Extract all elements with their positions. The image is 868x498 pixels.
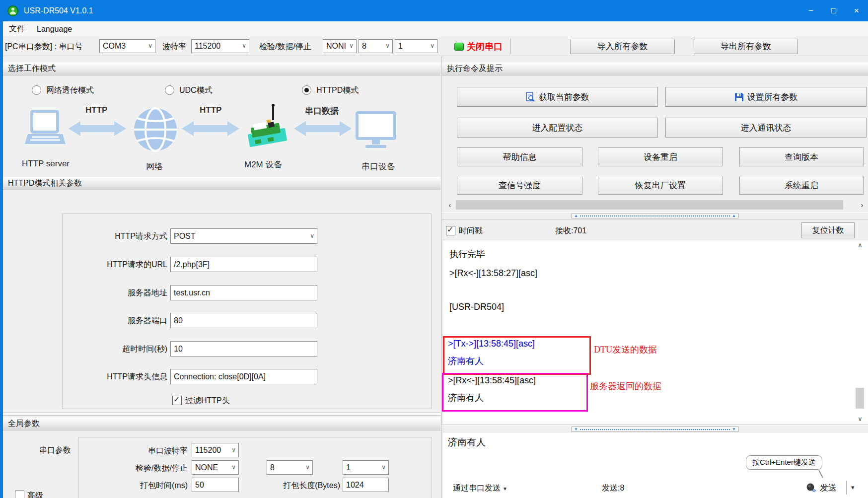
- serial-params-label: 串口参数: [39, 445, 71, 456]
- serial-toolbar: [PC串口参数] : 串口号 COM3 波特率 115200 检验/数据/停止 …: [3, 37, 868, 56]
- menu-language[interactable]: Language: [31, 21, 78, 37]
- export-params-button[interactable]: 导出所有参数: [694, 39, 798, 54]
- radio-net-transparent[interactable]: [32, 85, 41, 95]
- databits-select[interactable]: 8: [359, 39, 393, 53]
- globe-network-icon: [133, 107, 178, 152]
- tx-annotation: DTU发送的数据: [594, 344, 657, 356]
- radio-udc-mode[interactable]: [165, 85, 174, 95]
- server-address-input[interactable]: test.usr.cn: [170, 285, 317, 300]
- send-button[interactable]: 发送: [798, 480, 844, 496]
- scrollbar-track[interactable]: [454, 199, 858, 211]
- pack-time-input[interactable]: 50: [192, 478, 239, 492]
- splitter-down-icon: ▼: [732, 427, 736, 431]
- send-count: 发送:8: [602, 483, 624, 494]
- floppy-save-icon: [734, 92, 744, 102]
- node-http-server-label: HTTP server: [22, 159, 70, 169]
- server-port-input[interactable]: 80: [170, 313, 317, 328]
- timestamp-label: 时间戳: [459, 226, 483, 236]
- receive-count: 接收:701: [555, 226, 586, 236]
- stopbits-select[interactable]: 1: [395, 39, 437, 53]
- command-panel-header: 执行命令及提示: [442, 62, 868, 75]
- doc-search-icon: [525, 92, 535, 102]
- serial-parity-select[interactable]: NONE: [192, 460, 239, 475]
- splitter-handle[interactable]: ▲ ▲: [571, 213, 739, 218]
- log-scrollbar-thumb[interactable]: [856, 388, 864, 409]
- splitter-up-icon: ▲: [574, 214, 578, 218]
- close-button[interactable]: ×: [845, 0, 868, 21]
- menu-file[interactable]: 文件: [3, 21, 31, 37]
- baud-select[interactable]: 115200: [191, 39, 249, 53]
- global-params-header: 全局参数: [3, 417, 440, 430]
- http-header-input[interactable]: Connection: close[0D][0A]: [170, 369, 317, 384]
- scroll-up-icon[interactable]: ∧: [854, 241, 867, 249]
- menu-bar: 文件 Language: [3, 21, 868, 37]
- serial-pds-label: 检验/数据/停止: [82, 463, 188, 474]
- device-reboot-button[interactable]: 设备重启: [598, 147, 723, 166]
- log-line-tx-head: >[Tx->][13:58:45][asc]: [448, 339, 535, 349]
- set-params-button[interactable]: 设置所有参数: [665, 87, 867, 107]
- query-version-button[interactable]: 查询版本: [739, 147, 864, 166]
- scrollbar-thumb[interactable]: [456, 200, 843, 210]
- advanced-label: 高级: [27, 491, 43, 498]
- serial-baud-select[interactable]: 115200: [192, 443, 239, 457]
- pack-length-input[interactable]: 1024: [343, 478, 389, 492]
- pack-time-label: 打包时间(ms): [82, 481, 188, 491]
- app-logo-icon: [7, 5, 19, 17]
- window-title: USR-DR504 V1.0.1: [24, 6, 93, 15]
- send-button-separator: [846, 481, 847, 495]
- http-url-input[interactable]: /2.php[3F]: [170, 257, 317, 272]
- help-info-button[interactable]: 帮助信息: [457, 147, 582, 166]
- system-reboot-button[interactable]: 系统重启: [739, 176, 864, 195]
- log-line-rx2-head: >[Rx<-][13:58:45][asc]: [448, 375, 536, 386]
- log-vertical-scrollbar[interactable]: ∧ ∨: [854, 241, 867, 423]
- advanced-checkbox[interactable]: [15, 491, 24, 498]
- port-open-indicator: [454, 43, 464, 51]
- enter-comm-button[interactable]: 进入通讯状态: [665, 118, 867, 138]
- log-line-done: 执行完毕: [449, 248, 485, 260]
- scroll-right-icon[interactable]: ›: [858, 199, 866, 211]
- panel-divider: [441, 56, 441, 498]
- log-splitter-top[interactable]: ▲ ▲: [442, 212, 868, 219]
- send-options-dropdown-icon[interactable]: ▾: [851, 484, 855, 491]
- serial-databits-select[interactable]: 8: [267, 460, 313, 475]
- filter-http-checkbox[interactable]: [172, 396, 182, 405]
- com-port-select[interactable]: COM3: [99, 39, 155, 53]
- laptop-icon: [24, 110, 67, 148]
- title-bar: USR-DR504 V1.0.1 − □ ×: [0, 0, 868, 21]
- query-signal-button[interactable]: 查信号强度: [457, 176, 582, 195]
- maximize-button[interactable]: □: [822, 0, 845, 21]
- log-line-rx2-body: 济南有人: [448, 392, 484, 404]
- timeout-input[interactable]: 10: [170, 341, 317, 356]
- horizontal-scrollbar[interactable]: ‹ ›: [446, 199, 866, 211]
- arrow-serial-data: [294, 120, 352, 137]
- get-params-button[interactable]: 获取当前参数: [457, 87, 658, 107]
- radio-net-transparent-label: 网络透传模式: [46, 85, 94, 96]
- send-mode-dropdown[interactable]: 通过串口发送: [453, 483, 506, 494]
- minimize-button[interactable]: −: [799, 0, 822, 21]
- link-serial-data-label: 串口数据: [305, 105, 339, 117]
- http-header-label: HTTP请求头信息: [62, 372, 167, 382]
- log-line-rx1: >[Rx<-][13:58:27][asc]: [449, 268, 537, 279]
- link-http-1-label: HTTP: [85, 105, 107, 115]
- reset-count-button[interactable]: 复位计数: [801, 222, 855, 238]
- arrow-http-2: [182, 120, 239, 137]
- node-m2m-label: M2M 设备: [244, 159, 283, 170]
- http-method-select[interactable]: POST: [170, 228, 317, 244]
- splitter-dots: [580, 215, 730, 216]
- factory-reset-button[interactable]: 恢复出厂设置: [598, 176, 723, 195]
- radio-httpd-mode[interactable]: [302, 85, 311, 95]
- scroll-left-icon[interactable]: ‹: [446, 199, 454, 211]
- enter-config-button[interactable]: 进入配置状态: [457, 118, 658, 138]
- monitor-icon: [356, 111, 396, 149]
- parity-select[interactable]: NONI: [323, 39, 357, 53]
- scroll-down-icon[interactable]: ∨: [854, 415, 867, 423]
- log-line-tx-body: 济南有人: [448, 355, 484, 367]
- send-icon: [806, 482, 817, 493]
- close-port-button[interactable]: 关闭串口: [467, 41, 503, 53]
- splitter-handle[interactable]: ▼ ▼: [571, 427, 739, 432]
- http-url-label: HTTP请求的URL: [62, 260, 167, 270]
- import-params-button[interactable]: 导入所有参数: [570, 39, 675, 54]
- splitter-up-icon: ▲: [732, 214, 736, 218]
- serial-stopbits-select[interactable]: 1: [343, 460, 389, 475]
- timestamp-checkbox[interactable]: [446, 226, 455, 235]
